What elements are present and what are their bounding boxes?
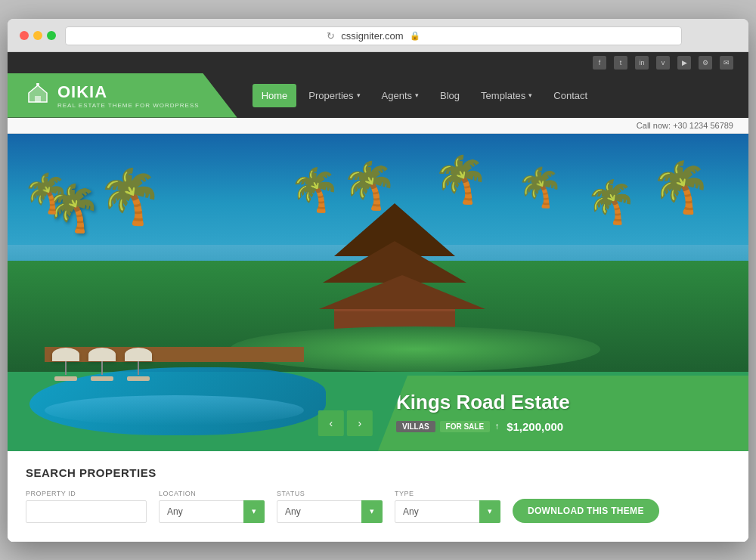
- hero-price: $1,200,000: [507, 420, 563, 433]
- umbrellas-area: [52, 348, 152, 381]
- type-field: TYPE Any ▾: [395, 490, 500, 523]
- hero-next-button[interactable]: ›: [347, 410, 373, 436]
- hero-section: 🌴 🌴 🌴 🌴 🌴 🌴 🌴 🌴 🌴: [8, 134, 748, 451]
- property-id-input[interactable]: [26, 500, 147, 523]
- search-section: SEARCH PROPERTIES PROPERTY ID LOCATION A…: [8, 451, 748, 542]
- type-select-wrap: Any ▾: [395, 500, 500, 523]
- website-content: f t in v ▶ ⚙ ✉ OIKIA: [8, 52, 748, 542]
- status-select-wrap: Any ▾: [277, 500, 383, 523]
- chevron-down-icon: ▾: [357, 91, 361, 99]
- hero-badges: VILLAS FOR SALE ↑ $1,200,000: [396, 420, 730, 433]
- status-field: STATUS Any ▾: [277, 490, 383, 523]
- badge-status: FOR SALE: [440, 421, 491, 432]
- vimeo-icon[interactable]: v: [656, 56, 670, 70]
- facebook-icon[interactable]: f: [593, 56, 606, 70]
- youtube-icon[interactable]: ▶: [677, 56, 691, 70]
- twitter-icon[interactable]: t: [614, 56, 627, 70]
- settings-icon[interactable]: ⚙: [699, 56, 712, 70]
- refresh-icon[interactable]: ↻: [327, 30, 335, 42]
- logo-house-icon: [26, 82, 50, 109]
- chevron-down-icon: ▾: [528, 91, 532, 99]
- browser-window: ↻ cssigniter.com 🔒 f t in v ▶ ⚙ ✉: [8, 19, 748, 542]
- hero-navigation: ‹ ›: [318, 410, 373, 436]
- nav-item-properties[interactable]: Properties ▾: [299, 84, 369, 107]
- price-arrow-icon: ↑: [494, 421, 499, 432]
- main-navigation: OIKIA REAL ESTATE THEME FOR WORDPRESS Ho…: [8, 73, 748, 118]
- minimize-button[interactable]: [33, 31, 42, 40]
- location-select-wrap: Any ▾: [159, 500, 265, 523]
- location-label: LOCATION: [159, 490, 265, 497]
- hero-overlay: Kings Road Estate VILLAS FOR SALE ↑ $1,2…: [378, 376, 748, 451]
- logo-name: OIKIA: [57, 82, 200, 102]
- call-text: Call now: +30 1234 56789: [637, 121, 733, 130]
- nav-links: Home Properties ▾ Agents ▾ Blog Template…: [253, 73, 597, 118]
- address-bar[interactable]: ↻ cssigniter.com 🔒: [65, 26, 682, 45]
- download-button[interactable]: DOWNLOAD THIS THEME: [513, 499, 659, 523]
- lock-icon: 🔒: [410, 31, 420, 41]
- address-text: cssigniter.com: [341, 30, 403, 42]
- status-select[interactable]: Any: [277, 500, 383, 523]
- status-label: STATUS: [277, 490, 383, 497]
- hero-title: Kings Road Estate: [396, 391, 730, 414]
- nav-item-templates[interactable]: Templates ▾: [472, 84, 541, 107]
- nav-item-agents[interactable]: Agents ▾: [373, 84, 428, 107]
- chevron-down-icon: ▾: [415, 91, 419, 99]
- close-button[interactable]: [20, 31, 29, 40]
- nav-item-contact[interactable]: Contact: [544, 84, 596, 107]
- linkedin-icon[interactable]: in: [635, 56, 649, 70]
- logo-tagline: REAL ESTATE THEME FOR WORDPRESS: [57, 102, 200, 109]
- site-logo[interactable]: OIKIA REAL ESTATE THEME FOR WORDPRESS: [8, 73, 237, 118]
- property-id-field: PROPERTY ID: [26, 490, 147, 523]
- social-bar: f t in v ▶ ⚙ ✉: [8, 52, 748, 73]
- search-fields: PROPERTY ID LOCATION Any ▾ STATUS: [26, 490, 730, 523]
- type-select[interactable]: Any: [395, 500, 500, 523]
- hero-prev-button[interactable]: ‹: [318, 410, 344, 436]
- type-label: TYPE: [395, 490, 500, 497]
- email-icon[interactable]: ✉: [720, 56, 733, 70]
- browser-titlebar: ↻ cssigniter.com 🔒: [8, 19, 748, 52]
- maximize-button[interactable]: [47, 31, 56, 40]
- location-select[interactable]: Any: [159, 500, 265, 523]
- search-title: SEARCH PROPERTIES: [26, 466, 730, 479]
- nav-item-home[interactable]: Home: [253, 84, 297, 107]
- logo-text: OIKIA REAL ESTATE THEME FOR WORDPRESS: [57, 82, 200, 109]
- window-controls: [20, 31, 56, 40]
- call-bar: Call now: +30 1234 56789: [8, 118, 748, 134]
- svg-rect-0: [36, 83, 39, 85]
- badge-type: VILLAS: [396, 421, 435, 432]
- property-id-label: PROPERTY ID: [26, 490, 147, 497]
- location-field: LOCATION Any ▾: [159, 490, 265, 523]
- nav-item-blog[interactable]: Blog: [431, 84, 469, 107]
